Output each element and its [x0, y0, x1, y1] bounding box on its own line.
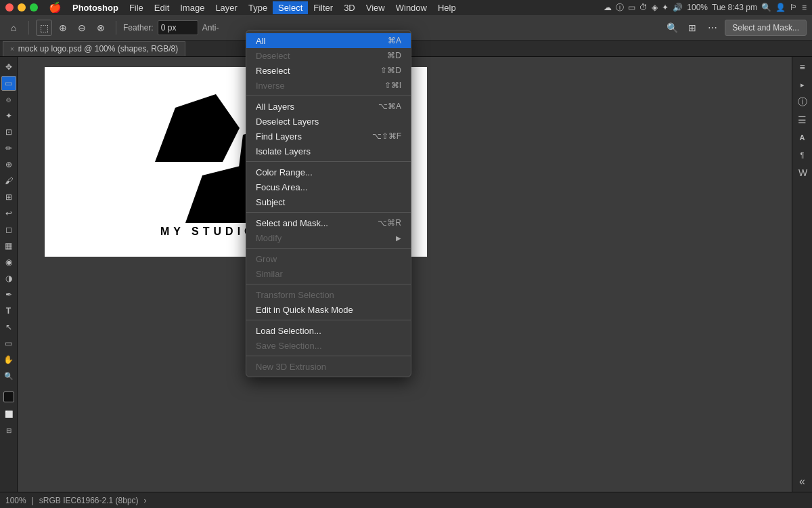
traffic-light-red[interactable] — [5, 3, 14, 12]
dodge-tool[interactable]: ◑ — [1, 271, 16, 286]
menu-layer[interactable]: Layer — [210, 1, 243, 14]
document-tab[interactable]: × mock up logo.psd @ 100% (shapes, RGB/8… — [3, 41, 185, 56]
system-user-icon: 👤 — [775, 3, 786, 12]
path-selection-tool[interactable]: ↖ — [1, 320, 16, 335]
menu-item-grow: Grow — [246, 251, 411, 266]
menu-item-color-range[interactable]: Color Range... — [246, 165, 411, 179]
menu-edit[interactable]: Edit — [149, 1, 175, 14]
arrange-btn[interactable]: ⊞ — [684, 20, 700, 36]
quick-mask-btn[interactable]: ⬜ — [1, 406, 16, 421]
libraries-panel-btn[interactable]: ☰ — [795, 112, 810, 127]
traffic-light-green[interactable] — [30, 3, 38, 12]
menu-item-select-mask[interactable]: Select and Mask... ⌥⌘R — [246, 215, 411, 230]
menu-item-focus-area[interactable]: Focus Area... — [246, 179, 411, 194]
layers-panel-btn[interactable]: ≡ — [795, 60, 810, 75]
feather-input[interactable] — [158, 20, 198, 35]
menu-item-new-3d-extrusion: New 3D Extrusion — [246, 359, 411, 374]
character-panel-btn[interactable]: A — [795, 130, 810, 145]
menu-item-reselect[interactable]: Reselect ⇧⌘D — [246, 63, 411, 78]
menu-item-all-layers[interactable]: All Layers ⌥⌘A — [246, 99, 411, 114]
intersect-selection-btn[interactable]: ⊗ — [93, 20, 109, 36]
system-battery: 100% — [687, 3, 708, 12]
pen-tool[interactable]: ✒ — [1, 287, 16, 302]
move-tool[interactable]: ✥ — [1, 60, 16, 75]
menu-help[interactable]: Help — [432, 1, 461, 14]
zoom-tool[interactable]: 🔍 — [1, 368, 16, 383]
menu-item-load-selection-label: Load Selection... — [256, 326, 401, 336]
menu-photoshop[interactable]: Photoshop — [67, 1, 124, 14]
menu-apple[interactable]: 🍎 — [43, 1, 67, 14]
more-options-btn[interactable]: ⋯ — [704, 20, 721, 36]
menu-item-modify-arrow: ▶ — [396, 234, 401, 242]
type-tool[interactable]: T — [1, 303, 16, 318]
blur-tool[interactable]: ◉ — [1, 255, 16, 270]
paragraph-panel-btn[interactable]: ¶ — [795, 148, 810, 163]
menu-item-similar: Similar — [246, 266, 411, 281]
status-bar: 100% | sRGB IEC61966-2.1 (8bpc) › — [0, 492, 812, 508]
adjustments-panel-btn[interactable]: ▸ — [795, 77, 810, 92]
collapse-panel-btn[interactable]: « — [795, 474, 810, 489]
menu-item-find-layers[interactable]: Find Layers ⌥⇧⌘F — [246, 129, 411, 144]
select-mask-button[interactable]: Select and Mask... — [725, 20, 807, 36]
menu-item-reselect-shortcut: ⇧⌘D — [380, 66, 401, 75]
menu-item-deselect: Deselect ⌘D — [246, 48, 411, 63]
menu-item-isolate-layers-label: Isolate Layers — [256, 146, 388, 156]
menu-item-similar-label: Similar — [256, 269, 401, 279]
lasso-tool[interactable]: ⌾ — [1, 92, 16, 107]
shape-tool[interactable]: ▭ — [1, 336, 16, 351]
marquee-tool[interactable]: ▭ — [1, 76, 16, 91]
menu-item-all-layers-label: All Layers — [256, 102, 365, 112]
menu-bar: 🍎 Photoshop File Edit Image Layer Type S… — [0, 0, 812, 15]
menu-item-deselect-layers[interactable]: Deselect Layers — [246, 114, 411, 129]
left-toolbar: ✥ ▭ ⌾ ✦ ⊡ ✏ ⊕ 🖌 ⊞ ↩ ◻ ▦ ◉ ◑ ✒ T ↖ ▭ ✋ 🔍 … — [0, 57, 18, 492]
dd-separator-1 — [246, 96, 411, 96]
gradient-tool[interactable]: ▦ — [1, 238, 16, 253]
menu-item-all-shortcut: ⌘A — [388, 36, 401, 45]
menu-item-modify-label: Modify — [256, 233, 396, 243]
magic-wand-tool[interactable]: ✦ — [1, 108, 16, 123]
healing-brush-tool[interactable]: ⊕ — [1, 157, 16, 172]
menu-window[interactable]: Window — [390, 1, 432, 14]
menu-select[interactable]: Select — [273, 1, 308, 14]
menu-view[interactable]: View — [361, 1, 390, 14]
menu-item-all[interactable]: All ⌘A — [246, 33, 411, 48]
screen-mode-btn[interactable]: ⊟ — [1, 423, 16, 438]
menu-item-new-3d-extrusion-label: New 3D Extrusion — [256, 362, 401, 372]
menu-item-load-selection[interactable]: Load Selection... — [246, 323, 411, 338]
hand-tool[interactable]: ✋ — [1, 352, 16, 367]
add-selection-btn[interactable]: ⊕ — [55, 20, 71, 36]
anti-alias-label: Anti- — [202, 23, 219, 33]
tab-close-btn[interactable]: × — [10, 45, 14, 53]
menu-item-isolate-layers[interactable]: Isolate Layers — [246, 144, 411, 158]
menu-filter[interactable]: Filter — [308, 1, 338, 14]
status-arrow[interactable]: › — [144, 496, 147, 505]
dd-separator-5 — [246, 284, 411, 284]
menu-item-quick-mask-mode[interactable]: Edit in Quick Mask Mode — [246, 302, 411, 317]
extras-panel-btn[interactable]: W — [795, 165, 810, 180]
history-brush-tool[interactable]: ↩ — [1, 206, 16, 221]
zoom-level: 100% — [5, 496, 26, 505]
menu-item-deselect-layers-label: Deselect Layers — [256, 117, 388, 127]
system-wifi-icon: ◈ — [652, 3, 658, 12]
dd-separator-2 — [246, 161, 411, 162]
crop-tool[interactable]: ⊡ — [1, 125, 16, 140]
system-search-icon[interactable]: 🔍 — [761, 3, 771, 12]
foreground-color[interactable] — [3, 391, 14, 402]
menu-type[interactable]: Type — [243, 1, 273, 14]
brush-tool[interactable]: 🖌 — [1, 173, 16, 188]
status-divider: | — [32, 496, 34, 505]
clone-stamp-tool[interactable]: ⊞ — [1, 190, 16, 205]
menu-image[interactable]: Image — [175, 1, 210, 14]
menu-3d[interactable]: 3D — [338, 1, 361, 14]
new-selection-btn[interactable]: ⬚ — [36, 20, 52, 36]
menu-item-subject[interactable]: Subject — [246, 194, 411, 209]
home-button[interactable]: ⌂ — [5, 20, 22, 36]
properties-panel-btn[interactable]: ⓘ — [795, 95, 810, 110]
search-canvas-btn[interactable]: 🔍 — [664, 20, 680, 36]
traffic-light-yellow[interactable] — [18, 3, 26, 12]
subtract-selection-btn[interactable]: ⊖ — [74, 20, 90, 36]
eraser-tool[interactable]: ◻ — [1, 222, 16, 237]
menu-file[interactable]: File — [124, 1, 149, 14]
menu-item-modify[interactable]: Modify ▶ — [246, 230, 411, 245]
eyedropper-tool[interactable]: ✏ — [1, 141, 16, 156]
